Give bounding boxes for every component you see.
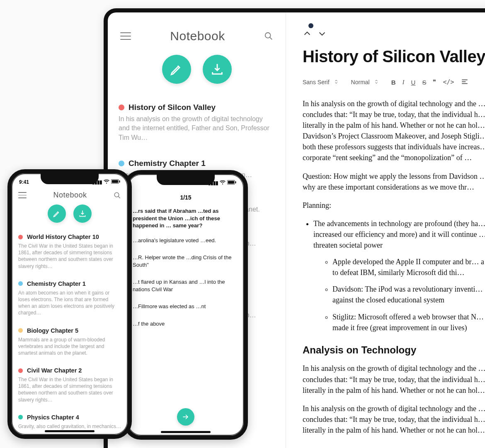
note-title: Physics Chapter 4: [27, 414, 79, 421]
code-button[interactable]: </>: [443, 78, 454, 86]
note-item[interactable]: World History Chapter 10The Civil War in…: [18, 230, 121, 275]
notebook-title: Notebook: [53, 191, 87, 200]
color-dot: [18, 368, 23, 373]
menu-icon[interactable]: [18, 192, 27, 198]
note-title: History of Silcon Valley: [129, 103, 216, 112]
note-title: Biology Chapter 5: [27, 327, 78, 334]
bullet: The advancements in technology are profo…: [313, 218, 485, 333]
svg-line-13: [118, 196, 120, 198]
note-title: Chemistry Chapter 1: [129, 159, 206, 168]
search-icon[interactable]: [114, 192, 121, 199]
battery-icon: [111, 179, 120, 185]
sub-bullet: Davidson: The iPod was a revolutionary i…: [332, 284, 485, 305]
editor-panel: History of Silicon Valley Sans Serif Nor…: [286, 12, 485, 448]
align-button[interactable]: [461, 79, 468, 86]
compose-button[interactable]: [162, 55, 191, 84]
quiz-next-button[interactable]: [177, 408, 194, 426]
home-indicator[interactable]: [161, 431, 211, 433]
wifi-icon: [104, 179, 109, 185]
note-preview: Mammals are a group of warm-blooded vert…: [18, 336, 121, 357]
note-item[interactable]: Biology Chapter 5Mammals are a group of …: [18, 324, 121, 362]
next-note-icon[interactable]: [318, 29, 327, 38]
battery-icon: [227, 180, 236, 186]
editor-toolbar: Sans Serif Normal B I U S ❞ </>: [303, 78, 485, 98]
color-dot: [119, 105, 124, 110]
color-dot: [119, 161, 124, 166]
note-title: World History Chapter 10: [27, 234, 99, 240]
quiz-option[interactable]: …arolina's legislature voted …eed.: [133, 237, 244, 244]
quiz-option[interactable]: …Fillmore was elected as …nt: [133, 303, 244, 310]
quiz-counter: 1/15: [128, 188, 244, 207]
phone-notch: [157, 174, 215, 185]
phone-quiz-frame: ▮▮▮▮ 1/15 …rs said that if Abraham …ted …: [124, 170, 248, 440]
import-button[interactable]: [203, 55, 232, 84]
svg-rect-10: [112, 180, 118, 183]
note-preview: The Civil War in the United States began…: [18, 376, 121, 403]
subheading: Analysis on Technology: [303, 341, 485, 363]
webcam: [308, 23, 313, 28]
paragraph: Planning:: [303, 200, 485, 211]
menu-icon[interactable]: [120, 32, 131, 40]
svg-point-0: [265, 33, 271, 38]
note-preview: The Civil War in the United States began…: [18, 243, 121, 270]
svg-rect-11: [119, 180, 120, 183]
font-family-select[interactable]: Sans Serif: [303, 79, 339, 85]
color-dot: [18, 415, 23, 419]
document-body[interactable]: In his analysis on the growth of digital…: [303, 98, 485, 436]
note-item[interactable]: History of Silcon ValleyIn his analysis …: [119, 96, 275, 150]
compose-button[interactable]: [48, 205, 66, 223]
home-indicator[interactable]: [45, 430, 95, 432]
sub-bullet: Apple developed the Apple II computer an…: [332, 256, 485, 278]
underline-button[interactable]: U: [411, 79, 416, 86]
notebook-list: World History Chapter 10The Civil War in…: [12, 230, 128, 435]
note-item[interactable]: Civil War Chapter 2The Civil War in the …: [18, 364, 121, 408]
note-title: Civil War Chapter 2: [27, 367, 82, 374]
svg-point-12: [114, 192, 119, 197]
note-preview: An atom becomes an ion when it gains or …: [18, 290, 121, 317]
color-dot: [18, 328, 23, 333]
note-title: Chemistry Chapter 1: [27, 280, 86, 287]
paragraph-style-select[interactable]: Normal: [351, 79, 379, 85]
paragraph: In his analysis on the growth of digital…: [303, 403, 485, 436]
prev-note-icon[interactable]: [303, 29, 312, 38]
phone-notch: [41, 173, 99, 184]
document-title: History of Silicon Valley: [303, 47, 485, 78]
paragraph: Question: How might we apply the lessons…: [303, 171, 485, 192]
search-icon[interactable]: [264, 32, 273, 41]
phone-notebook-frame: 9:41 ▮▮▮▮ Notebook World History Chapter…: [7, 169, 132, 439]
note-preview: Gravity, also called gravitation, in mec…: [18, 423, 121, 430]
italic-button[interactable]: I: [403, 79, 405, 86]
strike-button[interactable]: S: [422, 79, 426, 86]
svg-rect-6: [228, 181, 234, 184]
paragraph: In his analysis on the growth of digital…: [303, 363, 485, 395]
color-dot: [18, 281, 23, 286]
notebook-title: Notebook: [170, 29, 225, 43]
note-item[interactable]: Chemistry Chapter 1An atom becomes an io…: [18, 277, 121, 321]
svg-line-1: [270, 37, 272, 40]
bold-button[interactable]: B: [391, 79, 396, 86]
quiz-option[interactable]: …f the above: [133, 320, 244, 328]
quiz-question: …rs said that if Abraham …ted as preside…: [133, 207, 244, 229]
quiz-option[interactable]: …R. Helper wrote the …ding Crisis of the…: [133, 254, 244, 268]
svg-rect-7: [235, 181, 236, 183]
quiz-option[interactable]: …t flared up in Kansas and …l into the n…: [133, 278, 244, 293]
paragraph: In his analysis on the growth of digital…: [303, 98, 485, 163]
wifi-icon: [220, 180, 226, 186]
note-preview: In his analysis on the growth of digital…: [119, 114, 275, 142]
quote-button[interactable]: ❞: [433, 78, 436, 86]
quiz-content: …rs said that if Abraham …ted as preside…: [128, 207, 244, 327]
status-time: 9:41: [19, 179, 29, 185]
import-button[interactable]: [73, 205, 92, 223]
color-dot: [18, 235, 23, 239]
sub-bullet: Stiglitz: Microsoft offered a web browse…: [332, 312, 485, 333]
